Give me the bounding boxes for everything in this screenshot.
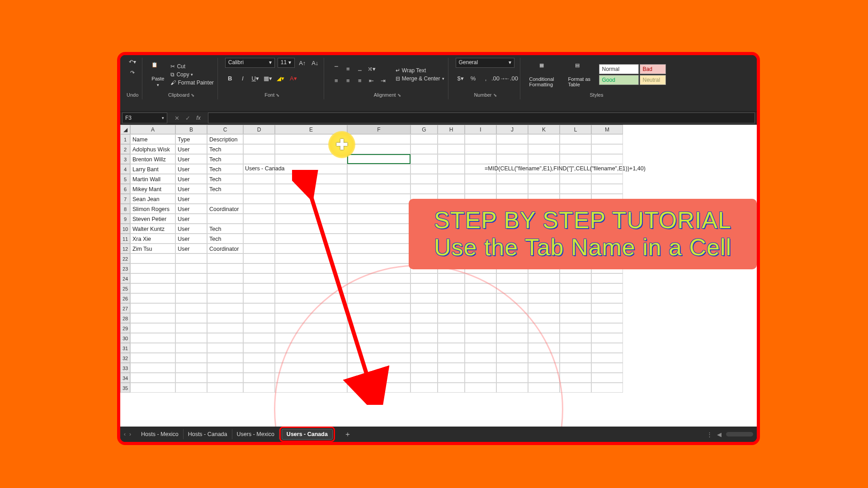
column-header-G[interactable]: G	[410, 125, 438, 134]
cell[interactable]: Steven Petier	[130, 214, 175, 224]
cell[interactable]	[130, 263, 175, 273]
cell[interactable]	[591, 154, 623, 164]
wrap-text-button[interactable]: ↵ Wrap Text	[396, 67, 444, 74]
cell[interactable]	[243, 283, 275, 293]
row-header[interactable]: 11	[120, 234, 130, 244]
cell[interactable]	[438, 313, 465, 323]
cell[interactable]	[275, 273, 347, 283]
undo-icon[interactable]: ↶▾	[128, 58, 137, 66]
cell[interactable]	[465, 333, 496, 343]
dialog-launcher-icon[interactable]: ⬊	[191, 93, 195, 98]
font-size-select[interactable]: 11 ▾	[278, 58, 295, 68]
cell[interactable]	[130, 313, 175, 323]
cell[interactable]: User	[175, 214, 207, 224]
cell[interactable]	[591, 134, 623, 144]
cell[interactable]	[438, 293, 465, 303]
align-right-icon[interactable]: ≡	[355, 75, 365, 85]
cell[interactable]	[560, 353, 591, 363]
cell[interactable]	[347, 323, 410, 333]
cell[interactable]	[496, 134, 528, 144]
cell[interactable]	[243, 363, 275, 373]
cell[interactable]	[528, 333, 560, 343]
column-header-D[interactable]: D	[243, 125, 275, 134]
cell[interactable]	[207, 383, 243, 393]
cell[interactable]	[243, 204, 275, 214]
name-box[interactable]: F3 ▾	[122, 113, 167, 123]
cell[interactable]	[438, 134, 465, 144]
cell[interactable]	[275, 263, 347, 273]
cell[interactable]	[496, 283, 528, 293]
cell[interactable]	[347, 244, 410, 253]
cell[interactable]	[496, 174, 528, 184]
row-header[interactable]: 30	[120, 333, 130, 343]
cell[interactable]	[347, 353, 410, 363]
row-header[interactable]: 10	[120, 224, 130, 234]
cell[interactable]	[560, 313, 591, 323]
cell[interactable]: Type	[175, 134, 207, 144]
selected-cell[interactable]	[347, 154, 410, 164]
cell[interactable]	[275, 164, 347, 174]
dialog-launcher-icon[interactable]: ⬊	[276, 93, 280, 98]
cell[interactable]	[496, 363, 528, 373]
cell[interactable]	[496, 333, 528, 343]
cell[interactable]	[410, 353, 438, 363]
cell[interactable]	[175, 263, 207, 273]
cell[interactable]: User	[175, 144, 207, 154]
cell[interactable]	[275, 214, 347, 224]
cell[interactable]	[591, 383, 623, 393]
cell[interactable]	[465, 363, 496, 373]
comma-button[interactable]: ,	[481, 73, 491, 83]
cell[interactable]	[243, 194, 275, 204]
cell[interactable]	[347, 313, 410, 323]
cell[interactable]	[591, 343, 623, 353]
cell[interactable]	[591, 144, 623, 154]
cell[interactable]	[528, 353, 560, 363]
cell[interactable]	[438, 343, 465, 353]
cell[interactable]	[438, 184, 465, 194]
cell[interactable]: Walter Kuntz	[130, 224, 175, 234]
cell[interactable]	[438, 363, 465, 373]
row-header[interactable]: 7	[120, 194, 130, 204]
cell[interactable]	[560, 174, 591, 184]
cell[interactable]	[438, 164, 465, 174]
style-good[interactable]: Good	[599, 75, 639, 85]
row-header[interactable]: 25	[120, 283, 130, 293]
row-header[interactable]: 8	[120, 204, 130, 214]
row-header[interactable]: 33	[120, 363, 130, 373]
cell[interactable]: Tech	[207, 224, 243, 234]
add-sheet-button[interactable]: ＋	[340, 430, 355, 439]
cell[interactable]	[465, 154, 496, 164]
cell[interactable]	[175, 283, 207, 293]
cell[interactable]	[347, 273, 410, 283]
cell[interactable]	[347, 214, 410, 224]
cell[interactable]: Tech	[207, 164, 243, 174]
cell[interactable]	[207, 303, 243, 313]
cell[interactable]	[243, 174, 275, 184]
row-header[interactable]: 2	[120, 144, 130, 154]
cell[interactable]	[275, 204, 347, 214]
row-header[interactable]: 26	[120, 293, 130, 303]
cell[interactable]: Name	[130, 134, 175, 144]
format-as-table-button[interactable]: ▤ Format as Table	[566, 61, 596, 89]
row-header[interactable]: 12	[120, 244, 130, 253]
cell[interactable]	[591, 313, 623, 323]
cell[interactable]	[465, 303, 496, 313]
cell[interactable]	[528, 184, 560, 194]
cell[interactable]	[496, 383, 528, 393]
cell[interactable]	[465, 343, 496, 353]
cell[interactable]	[275, 333, 347, 343]
cell[interactable]	[243, 234, 275, 244]
row-header[interactable]: 24	[120, 273, 130, 283]
cell[interactable]	[175, 253, 207, 263]
cell[interactable]	[560, 134, 591, 144]
select-all-corner[interactable]: ◢	[120, 125, 130, 134]
style-normal[interactable]: Normal	[599, 64, 639, 74]
column-header-J[interactable]: J	[496, 125, 528, 134]
align-bottom-icon[interactable]: ⎽	[355, 64, 365, 74]
decrease-font-icon[interactable]: A↓	[310, 58, 320, 68]
cell[interactable]	[438, 144, 465, 154]
cell[interactable]	[347, 174, 410, 184]
cell[interactable]	[560, 293, 591, 303]
cell[interactable]	[207, 373, 243, 383]
style-neutral[interactable]: Neutral	[640, 75, 666, 85]
